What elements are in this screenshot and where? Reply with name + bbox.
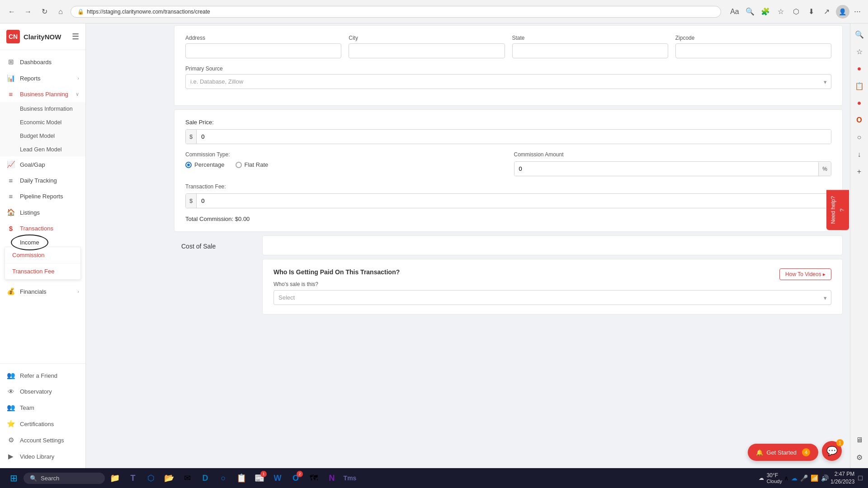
right-icon-clipboard[interactable]: 📋 — [852, 79, 867, 93]
hamburger-icon[interactable]: ☰ — [72, 32, 79, 42]
right-icon-notification[interactable]: ● — [852, 61, 867, 76]
back-button[interactable]: ← — [5, 5, 18, 18]
listings-label: Listings — [20, 209, 40, 216]
right-icon-star[interactable]: ☆ — [852, 44, 867, 59]
right-icon-settings[interactable]: ⚙ — [852, 450, 867, 465]
how-to-videos-button[interactable]: How To Videos ▸ — [779, 268, 831, 280]
taskbar-app-dell[interactable]: D — [197, 470, 213, 486]
sidebar-item-economic-model[interactable]: Economic Model — [0, 116, 85, 129]
right-icon-add[interactable]: + — [852, 164, 867, 179]
taskbar-app-word[interactable]: W — [269, 470, 286, 486]
sidebar-item-dashboards[interactable]: ⊞ Dashboards — [0, 54, 85, 70]
sidebar-item-financials[interactable]: 💰 Financials › — [0, 283, 85, 300]
right-icon-circle[interactable]: ○ — [852, 130, 867, 145]
right-icon-office[interactable]: O — [852, 113, 867, 127]
taskbar-app-news[interactable]: 📰 1 — [251, 470, 268, 486]
right-icon-monitor[interactable]: 🖥 — [852, 433, 867, 447]
forward-button[interactable]: → — [22, 5, 34, 18]
sidebar-item-refer-a-friend[interactable]: 👥 Refer a Friend — [0, 367, 85, 384]
browser-extension-icon[interactable]: 🧩 — [759, 5, 772, 18]
whos-sale-select[interactable]: Select — [274, 290, 831, 305]
sidebar-item-reports[interactable]: 📊 Reports › — [0, 70, 85, 86]
state-input[interactable] — [512, 43, 668, 58]
zipcode-input[interactable] — [675, 43, 831, 58]
sidebar-item-team[interactable]: 👥 Team — [0, 399, 85, 416]
taskbar-app-maps[interactable]: 🗺 — [306, 470, 322, 486]
transaction-fee-input[interactable] — [197, 194, 831, 208]
primary-source-select-wrapper: i.e. Database, Zillow — [185, 74, 831, 89]
taskbar-app-teams2[interactable]: Tms — [342, 470, 358, 486]
address-bar[interactable]: 🔒 https://staging.claritynowre.com/trans… — [71, 6, 721, 18]
sidebar-item-pipeline-reports[interactable]: ≡ Pipeline Reports — [0, 188, 85, 204]
flat-rate-radio[interactable] — [236, 162, 242, 168]
flat-rate-radio-label[interactable]: Flat Rate — [236, 161, 269, 168]
commission-row: Commission Type: Percentage Flat Rate — [185, 151, 831, 176]
primary-source-select[interactable]: i.e. Database, Zillow — [185, 74, 831, 89]
sidebar-nav: ⊞ Dashboards 📊 Reports › ≡ Business Plan… — [0, 50, 85, 363]
favorites-icon[interactable]: ☆ — [774, 5, 787, 18]
sidebar-item-video-library[interactable]: ▶ Video Library — [0, 448, 85, 465]
sidebar-item-daily-tracking[interactable]: ≡ Daily Tracking — [0, 173, 85, 188]
browser-profile[interactable]: 👤 — [836, 5, 849, 19]
sidebar-item-lead-gen-model[interactable]: Lead Gen Model — [0, 143, 85, 156]
chat-button[interactable]: 💬 1 — [822, 441, 842, 461]
city-group: City — [349, 35, 505, 58]
commission-amount-input[interactable] — [514, 162, 819, 176]
network-icon[interactable]: 📶 — [811, 474, 818, 482]
notification-center-icon[interactable]: □ — [858, 474, 863, 482]
sidebar-item-listings[interactable]: 🏠 Listings — [0, 204, 85, 221]
taskbar-app-cortana[interactable]: ○ — [215, 470, 231, 486]
sidebar-item-business-information[interactable]: Business Information — [0, 102, 85, 116]
address-input[interactable] — [185, 43, 341, 58]
income-menu-item-commission[interactable]: Commission — [5, 247, 80, 263]
search-web-icon[interactable]: 🔍 — [744, 5, 756, 18]
mic-icon[interactable]: 🎤 — [800, 474, 808, 482]
sidebar-item-business-planning[interactable]: ≡ Business Planning ∨ — [0, 86, 85, 102]
sidebar-item-observatory[interactable]: 👁 Observatory — [0, 384, 85, 399]
certifications-label: Certifications — [20, 421, 54, 427]
taskbar-app-file-explorer[interactable]: 📁 — [107, 470, 123, 486]
percentage-radio-label[interactable]: Percentage — [185, 161, 225, 168]
city-input[interactable] — [349, 43, 505, 58]
right-icon-alert[interactable]: ● — [852, 96, 867, 110]
certifications-icon: ⭐ — [6, 420, 15, 428]
taskbar-app-file-manager[interactable]: 📂 — [161, 470, 177, 486]
taskbar-search-box[interactable]: 🔍 Search — [24, 473, 105, 484]
start-button[interactable]: ⊞ — [5, 470, 22, 486]
right-icon-search[interactable]: 🔍 — [852, 27, 867, 42]
right-icon-download[interactable]: ↓ — [852, 147, 867, 162]
taskbar-app-onenote[interactable]: N — [324, 470, 340, 486]
read-aloud-icon[interactable]: Aa — [728, 5, 741, 18]
income-section-label[interactable]: Income — [20, 239, 39, 246]
get-started-button[interactable]: 🔔 Get Started 4 — [748, 444, 818, 461]
chevron-up-icon[interactable]: ∧ — [784, 474, 788, 482]
sidebar-item-transactions[interactable]: $ Transactions — [0, 221, 85, 236]
browser-toolbar: Aa 🔍 🧩 ☆ ⬡ ⬇ ↗ 👤 ··· — [728, 5, 863, 19]
onedrive-icon[interactable]: ☁ — [791, 474, 797, 482]
need-help-button[interactable]: Need help? ? — [826, 190, 849, 230]
team-label: Team — [20, 404, 34, 411]
taskbar-app-edge[interactable]: ⬡ — [143, 470, 159, 486]
percentage-radio[interactable] — [185, 162, 192, 168]
taskbar-app-teams[interactable]: T — [125, 470, 141, 486]
taskbar-app-sticky[interactable]: 📋 — [233, 470, 250, 486]
home-button[interactable]: ⌂ — [54, 5, 67, 18]
sidebar-item-account-settings[interactable]: ⚙ Account Settings — [0, 432, 85, 448]
sale-price-input[interactable] — [197, 130, 831, 144]
collections-icon[interactable]: ⬡ — [790, 5, 802, 18]
download-icon[interactable]: ⬇ — [805, 5, 818, 18]
share-icon[interactable]: ↗ — [821, 5, 833, 18]
more-options-icon[interactable]: ··· — [852, 5, 863, 18]
taskbar-app-mail[interactable]: ✉ — [179, 470, 195, 486]
taskbar-app-outlook[interactable]: O 2 — [288, 470, 304, 486]
taskbar-clock[interactable]: 2:47 PM 1/26/2023 — [830, 470, 854, 486]
refresh-button[interactable]: ↻ — [38, 5, 51, 18]
windows-logo-icon: ⊞ — [10, 473, 18, 483]
sidebar-item-certifications[interactable]: ⭐ Certifications — [0, 416, 85, 432]
volume-icon[interactable]: 🔊 — [821, 474, 829, 482]
dell-icon: D — [203, 474, 208, 483]
sidebar-item-budget-model[interactable]: Budget Model — [0, 129, 85, 143]
transaction-fee-prefix: $ — [186, 194, 197, 208]
income-menu-item-transaction-fee[interactable]: Transaction Fee — [5, 263, 80, 279]
sidebar-item-goal-gap[interactable]: 📈 Goal/Gap — [0, 156, 85, 173]
